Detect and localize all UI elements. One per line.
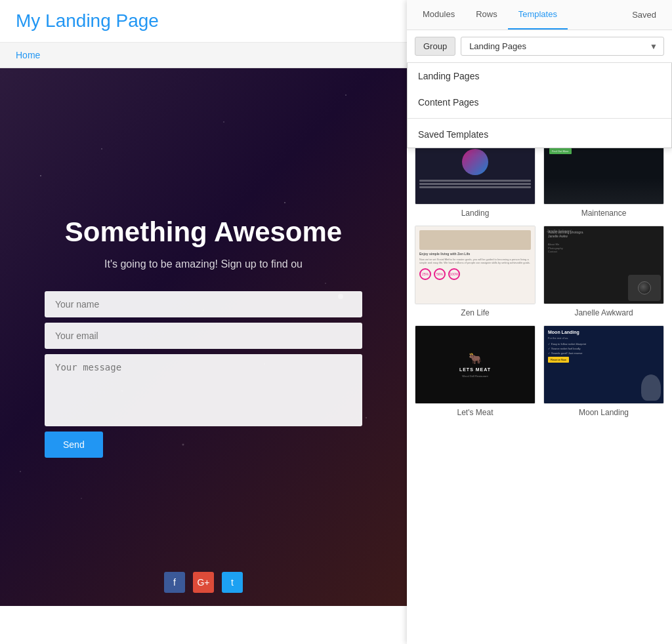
- thumb-moon-text: For the rest of us.: [548, 336, 660, 340]
- thumb-landing-graphic: [462, 149, 488, 175]
- template-label-zen: Zen Life: [461, 308, 489, 317]
- filter-group-label: Group: [415, 37, 455, 56]
- thumb-moon-btn: Reserve Now: [548, 357, 569, 363]
- page-title: My Landing Page: [16, 10, 391, 31]
- name-input[interactable]: [45, 291, 362, 317]
- dropdown-divider: [408, 118, 671, 119]
- filter-select[interactable]: Landing Pages Content Pages Saved Templa…: [461, 37, 664, 56]
- thumb-zen-circle-1: 25%: [419, 268, 431, 280]
- dropdown-item-landing-pages[interactable]: Landing Pages: [408, 63, 671, 89]
- template-thumb-zen: Enjoy simple living with Zen Life Now we…: [415, 226, 536, 304]
- thumb-moon-check-1: ✓Easy to follow rocket blueprint: [548, 342, 660, 346]
- panel-tabs: Modules Rows Templates Saved: [407, 0, 672, 30]
- thumb-moon-title: Moon Landing: [548, 330, 660, 334]
- tab-templates[interactable]: Templates: [508, 0, 568, 30]
- template-item-zen-life[interactable]: Enjoy simple living with Zen Life Now we…: [415, 226, 536, 317]
- thumb-landing-row-2: [419, 183, 531, 185]
- hero-subtitle: It's going to be amazing! Sign up to fin…: [16, 258, 391, 270]
- thumb-moon-astronaut: [641, 374, 661, 401]
- template-item-janelle[interactable]: Award winning photograJanelle Awkw About…: [543, 226, 664, 317]
- thumb-zen-inner: Enjoy simple living with Zen Life Now we…: [415, 226, 535, 304]
- thumb-janelle-lens: [638, 281, 651, 294]
- template-grid: Blank Home Struggling to createeffective…: [407, 63, 672, 644]
- builder-panel: Modules Rows Templates Saved Group Landi…: [407, 0, 672, 644]
- filter-dropdown: Landing Pages Content Pages Saved Templa…: [407, 63, 672, 148]
- thumb-janelle-camera: [628, 275, 661, 301]
- page-nav: Home: [0, 43, 407, 68]
- template-label-moon: Moon Landing: [579, 408, 629, 417]
- thumb-janelle-bio: About MePhotographyContact: [548, 243, 660, 254]
- hero-form: Send: [16, 291, 391, 458]
- thumb-zen-circle-2: 56%: [434, 268, 446, 280]
- template-item-moon-landing[interactable]: Moon Landing For the rest of us. ✓Easy t…: [543, 325, 664, 417]
- thumb-moon-checks: ✓Easy to follow rocket blueprint ✓Source…: [548, 342, 660, 355]
- filter-bar: Group Landing Pages Content Pages Saved …: [407, 30, 672, 63]
- template-thumb-moon: Moon Landing For the rest of us. ✓Easy t…: [543, 325, 664, 404]
- tab-modules[interactable]: Modules: [412, 0, 465, 30]
- template-label-janelle: Janelle Awkward: [574, 308, 633, 317]
- email-input[interactable]: [45, 323, 362, 349]
- send-button[interactable]: Send: [45, 432, 103, 458]
- dropdown-item-saved-templates[interactable]: Saved Templates: [408, 121, 671, 148]
- template-label-meat: Let's Meat: [457, 408, 494, 417]
- thumb-meat-subtitle: Wood Grill Restaurant: [462, 374, 488, 378]
- thumb-meat-title: LETS MEAT: [459, 367, 491, 372]
- thumb-moon-check-3: ✓Sounds good! Just reserve: [548, 352, 660, 355]
- thumb-landing-row-3: [419, 186, 531, 188]
- thumb-landing-row-1: [419, 180, 531, 182]
- message-input[interactable]: [45, 354, 362, 426]
- thumb-meat-icon: 🐂: [469, 352, 482, 365]
- twitter-icon[interactable]: t: [222, 572, 243, 593]
- template-item-lets-meat[interactable]: 🐂 LETS MEAT Wood Grill Restaurant Let's …: [415, 325, 536, 417]
- thumb-janelle-signature: Janelle Awkward: [547, 229, 571, 233]
- home-link[interactable]: Home: [16, 50, 40, 60]
- hero-section: Something Awesome It's going to be amazi…: [0, 68, 407, 606]
- thumb-zen-circle-3: 100%: [448, 268, 460, 280]
- landing-page: My Landing Page Home Something Awesome I…: [0, 0, 407, 644]
- thumb-janelle-inner: Award winning photograJanelle Awkw About…: [544, 226, 663, 304]
- tab-rows[interactable]: Rows: [465, 0, 508, 30]
- thumb-zen-header: [419, 230, 531, 250]
- thumb-moon-check-2: ✓Source rocket fuel locally: [548, 347, 660, 350]
- thumb-maint-bg: [544, 178, 663, 204]
- filter-select-container: Landing Pages Content Pages Saved Templa…: [461, 37, 664, 56]
- dropdown-item-content-pages[interactable]: Content Pages: [408, 89, 671, 115]
- thumb-zen-circles: 25% 56% 100%: [419, 268, 531, 280]
- template-label-maintenance: Maintenance: [581, 209, 627, 218]
- hero-content: Something Awesome It's going to be amazi…: [0, 216, 407, 458]
- template-label-landing: Landing: [461, 209, 490, 218]
- facebook-icon[interactable]: f: [164, 572, 185, 593]
- google-plus-icon[interactable]: G+: [193, 572, 214, 593]
- thumb-zen-title: Enjoy simple living with Zen Life: [419, 252, 531, 256]
- hero-title: Something Awesome: [16, 216, 391, 248]
- filter-section: Group Landing Pages Content Pages Saved …: [407, 30, 672, 63]
- thumb-moon-inner: Moon Landing For the rest of us. ✓Easy t…: [544, 326, 663, 403]
- thumb-maint-btn: Find Out More: [549, 148, 572, 154]
- thumb-meat-inner: 🐂 LETS MEAT Wood Grill Restaurant: [415, 326, 535, 403]
- thumb-zen-text: Now we've set Social Meths for master go…: [419, 258, 531, 264]
- social-icons: f G+ t: [164, 572, 243, 593]
- template-thumb-janelle: Award winning photograJanelle Awkw About…: [543, 226, 664, 304]
- page-header: My Landing Page: [0, 0, 407, 43]
- tab-saved[interactable]: Saved: [621, 1, 667, 29]
- template-thumb-meat: 🐂 LETS MEAT Wood Grill Restaurant: [415, 325, 536, 404]
- thumb-landing-rows: [419, 180, 531, 188]
